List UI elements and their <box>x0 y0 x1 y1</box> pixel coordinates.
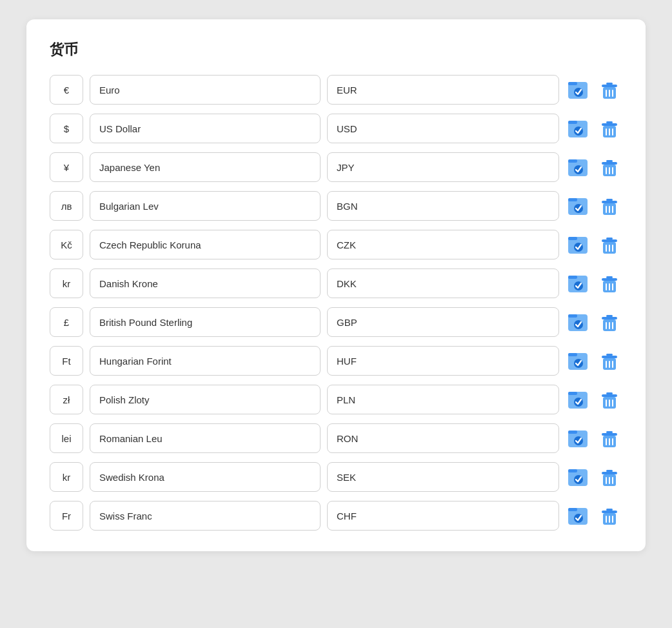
currency-symbol: Fr <box>50 501 83 531</box>
currency-row: Kč <box>50 230 622 259</box>
currency-name-input[interactable] <box>90 346 321 376</box>
currency-code-input[interactable] <box>327 75 559 105</box>
svg-rect-58 <box>602 317 617 319</box>
currency-row: € <box>50 75 622 105</box>
svg-rect-1 <box>568 82 577 85</box>
currency-code-input[interactable] <box>327 191 559 221</box>
svg-rect-32 <box>606 199 613 201</box>
currency-row: zł <box>50 385 622 414</box>
currency-actions <box>566 116 622 141</box>
delete-button[interactable] <box>597 503 622 529</box>
save-button[interactable] <box>566 154 591 180</box>
save-button[interactable] <box>566 503 591 529</box>
currency-actions <box>566 464 622 490</box>
currency-actions <box>566 348 622 374</box>
save-button[interactable] <box>566 348 591 374</box>
currency-name-input[interactable] <box>90 268 321 298</box>
svg-rect-86 <box>606 431 613 433</box>
svg-rect-55 <box>568 314 577 318</box>
currency-code-input[interactable] <box>327 230 559 259</box>
delete-button[interactable] <box>597 116 622 141</box>
currency-name-input[interactable] <box>90 307 321 337</box>
delete-button[interactable] <box>597 425 622 451</box>
svg-rect-19 <box>568 159 577 163</box>
currency-name-input[interactable] <box>90 501 321 531</box>
save-button[interactable] <box>566 425 591 451</box>
currency-code-input[interactable] <box>327 462 559 492</box>
currency-code-input[interactable] <box>327 152 559 182</box>
currency-row: kr <box>50 462 622 492</box>
svg-rect-100 <box>568 508 577 511</box>
svg-rect-22 <box>602 162 617 165</box>
currency-name-input[interactable] <box>90 191 321 221</box>
currency-code-input[interactable] <box>327 307 559 337</box>
svg-rect-4 <box>602 85 617 87</box>
currency-code-input[interactable] <box>327 268 559 298</box>
currency-row: lei <box>50 423 622 453</box>
delete-button[interactable] <box>597 77 622 103</box>
svg-rect-76 <box>602 394 617 397</box>
currencies-card: 货币 € $ <box>26 19 646 551</box>
save-button[interactable] <box>566 270 591 296</box>
delete-button[interactable] <box>597 154 622 180</box>
svg-rect-67 <box>602 356 617 358</box>
currency-symbol: kr <box>50 462 83 492</box>
svg-rect-103 <box>602 511 617 513</box>
currency-actions <box>566 232 622 258</box>
svg-rect-68 <box>606 354 613 356</box>
currency-code-input[interactable] <box>327 423 559 453</box>
currency-name-input[interactable] <box>90 423 321 453</box>
svg-rect-82 <box>568 430 577 434</box>
currency-row: $ <box>50 114 622 143</box>
currency-name-input[interactable] <box>90 75 321 105</box>
save-button[interactable] <box>566 232 591 258</box>
save-button[interactable] <box>566 464 591 490</box>
currency-symbol: Kč <box>50 230 83 259</box>
save-button[interactable] <box>566 309 591 335</box>
currency-code-input[interactable] <box>327 346 559 376</box>
svg-rect-13 <box>602 123 617 126</box>
delete-button[interactable] <box>597 464 622 490</box>
currency-actions <box>566 425 622 451</box>
delete-button[interactable] <box>597 193 622 219</box>
currency-code-input[interactable] <box>327 501 559 531</box>
currency-actions <box>566 309 622 335</box>
currency-actions <box>566 387 622 412</box>
svg-rect-91 <box>568 469 577 472</box>
save-button[interactable] <box>566 77 591 103</box>
svg-rect-77 <box>606 392 613 394</box>
save-button[interactable] <box>566 387 591 412</box>
delete-button[interactable] <box>597 232 622 258</box>
svg-rect-49 <box>602 278 617 281</box>
save-button[interactable] <box>566 116 591 141</box>
currency-actions <box>566 270 622 296</box>
currency-row: kr <box>50 268 622 298</box>
currency-symbol: Ft <box>50 346 83 376</box>
svg-rect-64 <box>568 353 577 356</box>
delete-button[interactable] <box>597 309 622 335</box>
currency-symbol: £ <box>50 307 83 337</box>
delete-button[interactable] <box>597 387 622 412</box>
delete-button[interactable] <box>597 270 622 296</box>
currency-row: лв <box>50 191 622 221</box>
page-title: 货币 <box>50 40 622 59</box>
currency-symbol: € <box>50 75 83 105</box>
currency-actions <box>566 154 622 180</box>
currency-code-input[interactable] <box>327 385 559 414</box>
svg-rect-14 <box>606 121 613 123</box>
svg-rect-73 <box>568 392 577 395</box>
svg-rect-41 <box>606 238 613 239</box>
svg-rect-31 <box>602 201 617 203</box>
currency-name-input[interactable] <box>90 152 321 182</box>
currency-symbol: kr <box>50 268 83 298</box>
currency-name-input[interactable] <box>90 230 321 259</box>
save-button[interactable] <box>566 193 591 219</box>
currency-name-input[interactable] <box>90 385 321 414</box>
currency-code-input[interactable] <box>327 114 559 143</box>
delete-button[interactable] <box>597 348 622 374</box>
currency-name-input[interactable] <box>90 114 321 143</box>
currency-symbol: ¥ <box>50 152 83 182</box>
svg-rect-10 <box>568 121 577 124</box>
svg-rect-40 <box>602 239 617 242</box>
currency-name-input[interactable] <box>90 462 321 492</box>
